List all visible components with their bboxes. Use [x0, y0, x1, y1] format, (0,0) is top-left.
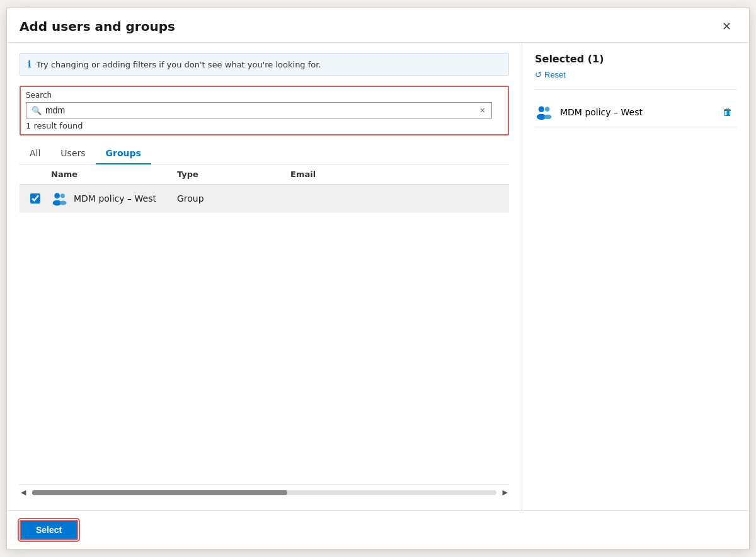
reset-label: Reset	[544, 70, 566, 79]
search-input-row: 🔍 ×	[26, 102, 492, 118]
reset-button[interactable]: ↺ Reset	[535, 70, 736, 79]
svg-point-7	[544, 115, 551, 120]
name-cell: MDM policy – West	[51, 190, 177, 207]
close-button[interactable]: ✕	[717, 18, 736, 35]
group-avatar-icon	[51, 190, 69, 207]
selected-item-left: MDM policy – West	[535, 103, 643, 122]
selected-divider	[535, 89, 736, 90]
selected-item-name: MDM policy – West	[560, 107, 643, 117]
svg-point-5	[545, 107, 550, 112]
info-banner: ℹ Try changing or adding filters if you …	[20, 53, 509, 76]
table-area: Name Type Email MD	[20, 164, 509, 484]
search-box-container: Search 🔍 × 1 result found	[20, 86, 509, 135]
tabs: All Users Groups	[20, 143, 509, 164]
selected-group-icon	[535, 103, 554, 122]
search-icon: 🔍	[32, 106, 42, 115]
delete-selected-button[interactable]: 🗑	[719, 105, 736, 119]
col-name: Name	[51, 169, 177, 179]
svg-point-3	[60, 201, 67, 205]
tab-all[interactable]: All	[20, 143, 50, 164]
dialog-title: Add users and groups	[20, 19, 175, 34]
selected-header: Selected (1)	[535, 53, 736, 65]
add-users-groups-dialog: Add users and groups ✕ ℹ Try changing or…	[6, 8, 750, 549]
row-checkbox[interactable]	[30, 193, 40, 204]
dialog-footer: Select	[7, 510, 749, 549]
svg-point-4	[539, 106, 544, 112]
col-type: Type	[177, 169, 290, 179]
search-label: Search	[26, 91, 503, 100]
selected-item: MDM policy – West 🗑	[535, 98, 736, 127]
col-checkbox	[20, 169, 51, 179]
result-count: 1 result found	[26, 121, 503, 130]
svg-point-1	[60, 193, 65, 198]
scroll-right-icon[interactable]: ▶	[501, 487, 509, 498]
tab-users[interactable]: Users	[50, 143, 95, 164]
col-email: Email	[290, 169, 509, 179]
dialog-body: ℹ Try changing or adding filters if you …	[7, 43, 749, 510]
reset-icon: ↺	[535, 70, 542, 79]
info-icon: ℹ	[28, 59, 32, 70]
table-row[interactable]: MDM policy – West Group	[20, 185, 509, 212]
select-button[interactable]: Select	[20, 520, 78, 540]
left-panel: ℹ Try changing or adding filters if you …	[7, 43, 522, 510]
scroll-thumb	[32, 490, 287, 495]
row-name: MDM policy – West	[74, 193, 156, 204]
dialog-header: Add users and groups ✕	[7, 8, 749, 43]
svg-point-0	[54, 193, 60, 198]
tab-groups[interactable]: Groups	[96, 143, 151, 164]
scroll-track	[32, 490, 496, 495]
clear-search-button[interactable]: ×	[479, 105, 486, 115]
right-panel: Selected (1) ↺ Reset MDM policy – West 🗑	[522, 43, 749, 510]
checkbox-cell	[20, 193, 51, 204]
row-type: Group	[177, 193, 290, 204]
table-header: Name Type Email	[20, 164, 509, 185]
search-input[interactable]	[45, 105, 475, 115]
scrollbar-row: ◀ ▶	[20, 484, 509, 500]
scroll-left-icon[interactable]: ◀	[20, 487, 27, 498]
info-banner-text: Try changing or adding filters if you do…	[37, 60, 321, 69]
